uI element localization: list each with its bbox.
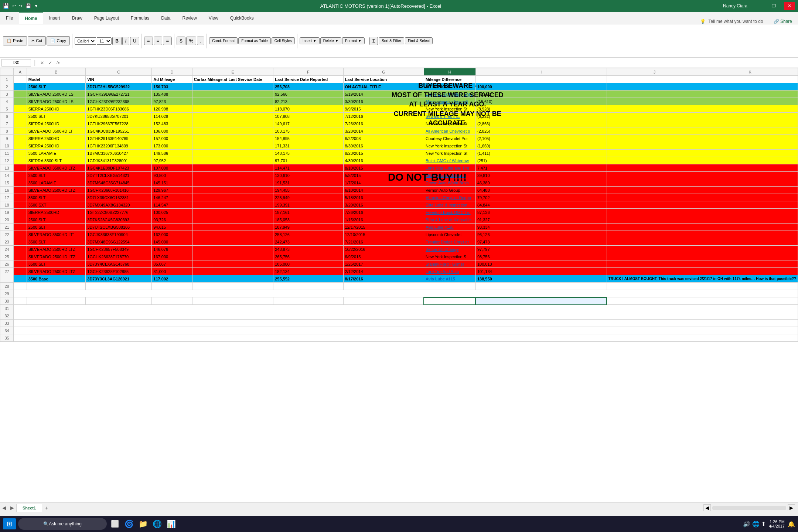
cell-b12[interactable]: SIERRA 3500 SLT (27, 157, 86, 164)
cell-j17[interactable] (607, 194, 702, 201)
cell-a10[interactable] (14, 142, 27, 150)
cell-f23[interactable]: 242,473 (273, 238, 343, 246)
copy-btn[interactable]: 📄 Copy (47, 36, 70, 45)
cell-g7[interactable]: 7/26/2016 (343, 120, 424, 127)
cell-c5[interactable]: 1GTHK23D06F183686 (86, 105, 152, 113)
cell-a5[interactable] (14, 105, 27, 113)
cell-k30[interactable] (702, 297, 798, 305)
formula-input[interactable] (63, 59, 797, 66)
currency-btn[interactable]: $ (177, 37, 185, 45)
redo-btn[interactable]: ↪ (19, 3, 23, 8)
cell-f7[interactable]: 149,617 (273, 120, 343, 127)
cell-e17[interactable] (192, 194, 273, 201)
insert-function-btn[interactable]: fx (55, 60, 61, 65)
search-bar[interactable]: Tell me what you want to do (709, 19, 763, 24)
cell-d3[interactable]: 135,488 (152, 91, 192, 98)
cell-a13[interactable] (14, 164, 27, 172)
cell-a2[interactable] (14, 83, 27, 91)
cell-g5[interactable]: 9/9/2015 (343, 105, 424, 113)
cell-f-s[interactable]: 255,552 (273, 275, 343, 283)
cell-k22[interactable] (702, 231, 798, 238)
cell-e13[interactable] (192, 164, 273, 172)
cell-e18[interactable] (192, 201, 273, 209)
confirm-formula-btn[interactable]: ✓ (47, 60, 54, 65)
cell-b4[interactable]: SILVERADO 2500HD LS (27, 98, 86, 105)
cell-g22[interactable]: 12/10/2015 (343, 231, 424, 238)
cell-i21[interactable]: 93,334 (475, 224, 607, 231)
prev-sheet-btn[interactable]: ◀ (0, 505, 8, 511)
cell-d17[interactable]: 146,247 (152, 194, 192, 201)
cell-e23[interactable] (192, 238, 273, 246)
cell-e21[interactable] (192, 224, 273, 231)
cell-i12[interactable]: (251) (475, 157, 607, 164)
cell-f5[interactable]: 118,070 (273, 105, 343, 113)
cell-c23[interactable]: 3D7MX48C96G122594 (86, 238, 152, 246)
cell-29[interactable] (14, 290, 798, 297)
cell-h3[interactable]: Lance Buick Pontiac GMC (424, 91, 475, 98)
cell-h20[interactable]: Stop & Lube at Kingsville (424, 216, 475, 224)
cell-g24[interactable]: 10/22/2016 (343, 246, 424, 253)
cell-c6[interactable]: 3D7KU28653G707201 (86, 113, 152, 120)
cell-c2[interactable]: 3D7UT2HL5BG529922 (86, 83, 152, 91)
cell-b-s[interactable]: 3500 Base (27, 275, 86, 283)
cell-h23[interactable]: Frontier Dodge Chrysler (424, 238, 475, 246)
cell-j9[interactable] (607, 135, 702, 142)
cell-e8[interactable] (192, 127, 273, 135)
cell-g3[interactable]: 5/19/2014 (343, 91, 424, 98)
font-size-select[interactable]: 11 (97, 37, 112, 45)
cell-i11[interactable]: (1,411) (475, 150, 607, 157)
cell-f9[interactable]: 154,895 (273, 135, 343, 142)
col-header-i[interactable]: I (475, 68, 607, 76)
cell-j4[interactable] (607, 98, 702, 105)
cell-f28[interactable] (273, 283, 343, 290)
cell-j-s[interactable]: TRUCK I ALMOST BOUGHT, This truck was se… (607, 275, 798, 283)
cell-e26[interactable] (192, 260, 273, 268)
comma-btn[interactable]: , (197, 37, 204, 45)
chrome-icon[interactable]: 🌐 (151, 518, 163, 530)
cell-h14[interactable]: Mike's Carwash Expre (424, 172, 475, 179)
cell-g14[interactable]: 5/8/2015 (343, 172, 424, 179)
cell-d11[interactable]: 149,586 (152, 150, 192, 157)
cell-c17[interactable]: 3D7LX39CX6G162381 (86, 194, 152, 201)
col-header-c[interactable]: C (86, 68, 152, 76)
cell-c7[interactable]: 1GTHK29667E567228 (86, 120, 152, 127)
tab-view[interactable]: View (203, 12, 224, 24)
cell-k14[interactable] (702, 172, 798, 179)
cell-g27[interactable]: 2/12/2014 (343, 268, 424, 275)
cell-a11[interactable] (14, 150, 27, 157)
cell-f1[interactable]: Last Service Date Reported (273, 76, 343, 83)
cell-c25[interactable]: 1GCHK23628F178770 (86, 253, 152, 260)
cell-c14[interactable]: 3D7TT2CLXBG514321 (86, 172, 152, 179)
cell-h1[interactable]: Mileage Difference (424, 76, 475, 83)
next-sheet-btn[interactable]: ▶ (8, 505, 16, 511)
undo-btn[interactable]: ↩ (12, 3, 16, 8)
cell-d27[interactable]: 81,000 (152, 268, 192, 275)
cell-b9[interactable]: SIERRA 2500HD (27, 135, 86, 142)
cell-g13[interactable]: 8/10/2015 (343, 164, 424, 172)
cell-d26[interactable]: 85,067 (152, 260, 192, 268)
cell-a30[interactable] (14, 297, 27, 305)
cell-f17[interactable]: 225,949 (273, 194, 343, 201)
conditional-format-btn[interactable]: Cond. Format (209, 37, 238, 44)
col-header-a[interactable]: A (14, 68, 27, 76)
cell-g11[interactable]: 8/23/2015 (343, 150, 424, 157)
cell-i23[interactable]: 97,473 (475, 238, 607, 246)
cell-i18[interactable]: 84,844 (475, 201, 607, 209)
cell-k21[interactable] (702, 224, 798, 231)
cell-j25[interactable] (607, 253, 702, 260)
col-header-h[interactable]: H (424, 68, 475, 76)
cell-k24[interactable] (702, 246, 798, 253)
cell-j3[interactable] (607, 91, 702, 98)
cell-i25[interactable]: 98,756 (475, 253, 607, 260)
cell-g8[interactable]: 3/28/2014 (343, 127, 424, 135)
cell-c12[interactable]: 1GDJK34131E328001 (86, 157, 152, 164)
cell-f26[interactable]: 185,080 (273, 260, 343, 268)
cell-a-s[interactable] (14, 275, 27, 283)
cell-g15[interactable]: 1/7/2014 (343, 179, 424, 187)
close-btn[interactable]: ✕ (784, 2, 795, 10)
cell-k25[interactable] (702, 253, 798, 260)
cell-a27[interactable] (14, 268, 27, 275)
cell-f11[interactable]: 148,175 (273, 150, 343, 157)
find-select-btn[interactable]: Find & Select (405, 37, 433, 44)
cell-k6[interactable] (702, 113, 798, 120)
